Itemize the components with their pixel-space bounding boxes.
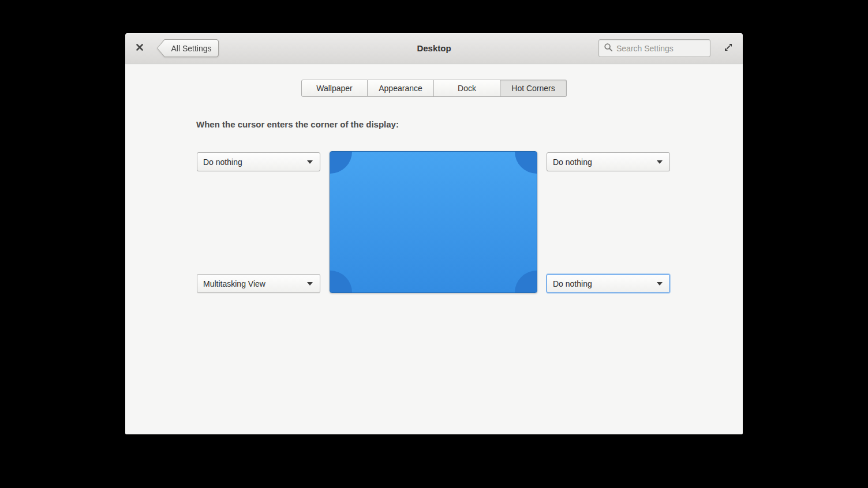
tab-wallpaper[interactable]: Wallpaper [301,80,368,97]
hot-corner-indicator-top-right [515,152,537,174]
tab-dock[interactable]: Dock [434,80,500,97]
tab-label: Wallpaper [316,84,353,93]
page-title: Desktop [417,39,451,57]
chevron-down-icon [657,160,663,164]
search-icon [599,43,616,54]
back-button-all-settings[interactable]: All Settings [157,39,219,57]
hot-corner-indicator-bottom-left [330,271,352,292]
maximize-button[interactable] [721,42,735,55]
hot-corners-heading: When the cursor enters the corner of the… [196,119,399,129]
chevron-down-icon [657,282,663,286]
dropdown-value: Do nothing [553,279,592,288]
display-preview [330,151,537,293]
hot-corner-indicator-top-left [330,152,352,174]
close-button[interactable] [133,42,146,55]
expand-icon [723,42,734,55]
dropdown-value: Multitasking View [203,279,265,288]
titlebar: All Settings Desktop [125,33,743,63]
tab-label: Hot Corners [511,84,555,93]
hot-corner-indicator-bottom-right [515,271,537,292]
search-input[interactable] [616,44,710,53]
dropdown-top-left-corner[interactable]: Do nothing [197,152,320,171]
mode-switcher: Wallpaper Appearance Dock Hot Corners [125,80,743,97]
settings-window: All Settings Desktop [125,33,743,434]
dropdown-value: Do nothing [203,157,242,167]
back-button-label: All Settings [171,44,211,53]
close-icon [136,43,144,54]
dropdown-bottom-left-corner[interactable]: Multitasking View [197,274,320,293]
chevron-down-icon [307,160,313,164]
tab-hot-corners[interactable]: Hot Corners [500,80,567,97]
dropdown-value: Do nothing [553,157,592,167]
dropdown-top-right-corner[interactable]: Do nothing [547,152,670,171]
tab-label: Appearance [379,84,422,93]
search-field[interactable] [598,39,710,57]
tab-label: Dock [458,84,476,93]
chevron-down-icon [307,282,313,286]
dropdown-bottom-right-corner[interactable]: Do nothing [547,274,670,293]
tab-appearance[interactable]: Appearance [368,80,434,97]
